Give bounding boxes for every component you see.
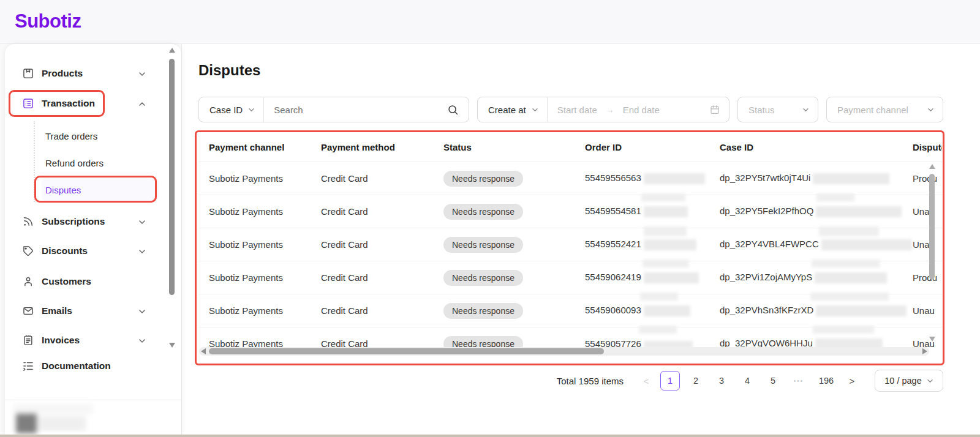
scroll-down-arrow-icon[interactable]: [169, 343, 175, 348]
table-row[interactable]: Subotiz Payments Credit Card Needs respo…: [198, 261, 942, 294]
table-vertical-scrollbar[interactable]: [929, 164, 935, 343]
calendar-icon[interactable]: [709, 104, 729, 115]
table-row[interactable]: Subotiz Payments Credit Card Needs respo…: [198, 162, 942, 195]
cell-case-id: dp_32PVqVOW6HHJu: [720, 338, 905, 347]
sidebar-item-invoices[interactable]: Invoices: [5, 329, 181, 351]
pagination-bar: Total 1959 items < 1 2 3 4 5 ••• 196 > 1…: [198, 368, 943, 393]
cell-case-id: dp_32PVhSn3fKFzrXD: [720, 305, 905, 316]
date-field-selector-value: Create at: [488, 105, 526, 115]
cell-dispute-reason: Unau: [905, 338, 942, 347]
scrollbar-thumb[interactable]: [209, 348, 604, 354]
sidebar-item-disputes[interactable]: Disputes: [5, 179, 181, 201]
scroll-down-arrow-icon[interactable]: [929, 337, 935, 342]
scroll-up-arrow-icon[interactable]: [169, 48, 175, 53]
chevron-down-icon[interactable]: [138, 220, 146, 225]
pagination-page-4[interactable]: 4: [737, 371, 757, 390]
table-row[interactable]: Subotiz Payments Credit Card Needs respo…: [198, 327, 942, 347]
scroll-up-arrow-icon[interactable]: [929, 164, 935, 169]
tag-icon: [22, 245, 34, 257]
redacted-blur: [816, 206, 902, 217]
table-horizontal-scrollbar[interactable]: [199, 347, 929, 356]
sidebar-item-label: Discounts: [42, 245, 88, 256]
chevron-down-icon: [248, 108, 255, 112]
column-header-order-id: Order ID: [585, 142, 720, 152]
scrollbar-thumb[interactable]: [929, 174, 935, 279]
end-date-input[interactable]: End date: [623, 105, 660, 115]
status-filter-select[interactable]: Status: [737, 97, 818, 122]
page-size-select[interactable]: 10 / page: [875, 370, 943, 392]
chevron-down-icon[interactable]: [138, 338, 146, 343]
pagination-page-2[interactable]: 2: [686, 371, 706, 390]
page-size-value: 10 / page: [884, 376, 921, 386]
chevron-down-icon[interactable]: [138, 309, 146, 314]
sidebar-item-subscriptions[interactable]: Subscriptions: [5, 211, 181, 233]
cell-status: Needs response: [443, 171, 585, 187]
sidebar-item-customers[interactable]: Customers: [5, 271, 181, 293]
pagination-page-5[interactable]: 5: [763, 371, 783, 390]
invoice-icon: [22, 334, 34, 346]
redacted-blur: [13, 404, 93, 414]
start-date-input[interactable]: Start date: [548, 105, 597, 115]
cell-order-id: 55459554581: [585, 206, 720, 217]
cell-dispute-reason: Produ: [905, 272, 942, 283]
product-box-icon: [22, 67, 34, 80]
chevron-down-icon: [927, 108, 943, 112]
envelope-icon: [22, 305, 34, 317]
sidebar-item-trade-orders[interactable]: Trade orders: [5, 125, 181, 147]
pagination-ellipsis[interactable]: •••: [789, 378, 809, 384]
sidebar-item-label: Customers: [42, 276, 91, 287]
sidebar: Products Transaction Trade orders Refund…: [5, 44, 181, 437]
column-header-payment-method: Payment method: [321, 142, 443, 152]
pagination-page-last[interactable]: 196: [815, 371, 838, 390]
table-row[interactable]: Subotiz Payments Credit Card Needs respo…: [198, 294, 942, 327]
rss-icon: [22, 215, 34, 228]
sidebar-scrollbar[interactable]: [169, 45, 175, 351]
sidebar-item-label: Products: [42, 68, 83, 79]
redacted-blur: [644, 272, 699, 283]
table-row[interactable]: Subotiz Payments Credit Card Needs respo…: [198, 195, 942, 228]
cell-status: Needs response: [443, 270, 585, 286]
chevron-down-icon[interactable]: [138, 249, 146, 254]
sidebar-item-transaction[interactable]: Transaction: [5, 92, 181, 114]
brand-logo: Subotiz: [15, 10, 81, 32]
chevron-up-icon[interactable]: [138, 102, 146, 106]
search-field-selector[interactable]: Case ID: [199, 105, 263, 115]
cell-status: Needs response: [443, 237, 585, 253]
sidebar-item-refund-orders[interactable]: Refund orders: [5, 152, 181, 174]
sidebar-item-products[interactable]: Products: [5, 62, 181, 84]
payment-channel-filter-select[interactable]: Payment channel: [826, 97, 943, 122]
redacted-blur: [644, 341, 693, 347]
table-row[interactable]: Subotiz Payments Credit Card Needs respo…: [198, 228, 942, 261]
pagination-page-1[interactable]: 1: [660, 371, 680, 390]
sidebar-item-label: Invoices: [42, 335, 80, 346]
sidebar-item-label: Trade orders: [45, 131, 97, 141]
pagination-total: Total 1959 items: [557, 376, 624, 386]
chevron-down-icon: [532, 108, 538, 112]
chevron-down-icon[interactable]: [138, 72, 146, 77]
search-icon[interactable]: [447, 104, 469, 116]
cell-payment-method: Credit Card: [321, 173, 443, 184]
cell-payment-channel: Subotiz Payments: [198, 338, 321, 347]
scrollbar-thumb[interactable]: [169, 59, 175, 295]
cell-payment-channel: Subotiz Payments: [198, 239, 321, 250]
redacted-blur: [821, 239, 912, 250]
window-bottom-edge: [0, 435, 980, 437]
status-badge: Needs response: [443, 270, 523, 286]
search-input[interactable]: [264, 105, 447, 115]
sidebar-item-discounts[interactable]: Discounts: [5, 240, 181, 262]
cell-status: Needs response: [443, 336, 585, 348]
date-field-selector[interactable]: Create at: [478, 105, 547, 115]
status-badge: Needs response: [443, 171, 523, 187]
table-body: Subotiz Payments Credit Card Needs respo…: [198, 162, 942, 347]
cell-payment-method: Credit Card: [321, 206, 443, 217]
redacted-blur: [644, 305, 690, 316]
sidebar-item-documentation[interactable]: Documentation: [5, 355, 181, 377]
pagination-page-3[interactable]: 3: [712, 371, 731, 390]
sidebar-item-emails[interactable]: Emails: [5, 300, 181, 322]
scroll-right-arrow-icon[interactable]: [922, 348, 927, 354]
cell-case-id: dp_32PVi1ZojAMyYpS: [720, 272, 905, 283]
scroll-left-arrow-icon[interactable]: [201, 348, 206, 354]
pagination-prev-button[interactable]: <: [638, 376, 654, 386]
user-account-redacted[interactable]: [11, 404, 103, 435]
pagination-next-button[interactable]: >: [844, 376, 860, 386]
